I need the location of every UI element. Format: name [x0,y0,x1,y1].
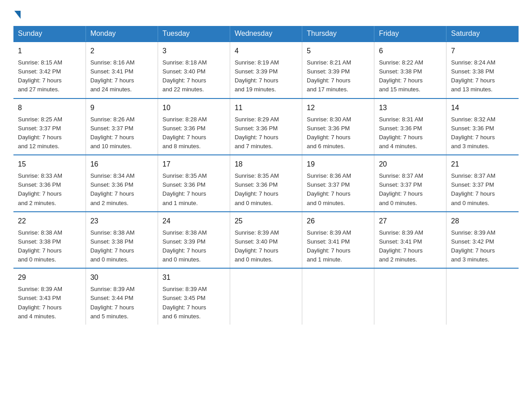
day-number: 11 [235,103,297,113]
calendar-day-cell: 9 Sunrise: 8:26 AMSunset: 3:37 PMDayligh… [86,98,158,155]
day-number: 16 [90,159,153,170]
day-info: Sunrise: 8:39 AMSunset: 3:42 PMDaylight:… [451,229,495,263]
calendar-day-cell: 20 Sunrise: 8:37 AMSunset: 3:37 PMDaylig… [374,155,446,212]
day-info: Sunrise: 8:18 AMSunset: 3:40 PMDaylight:… [163,59,207,93]
calendar-day-cell: 17 Sunrise: 8:35 AMSunset: 3:36 PMDaylig… [158,155,230,212]
day-info: Sunrise: 8:32 AMSunset: 3:36 PMDaylight:… [451,116,495,150]
day-number: 12 [307,103,369,113]
weekday-header-saturday: Saturday [446,26,519,42]
day-info: Sunrise: 8:38 AMSunset: 3:39 PMDaylight:… [163,229,207,263]
weekday-header-sunday: Sunday [13,26,86,42]
calendar-day-cell: 2 Sunrise: 8:16 AMSunset: 3:41 PMDayligh… [86,42,158,98]
calendar-day-cell: 3 Sunrise: 8:18 AMSunset: 3:40 PMDayligh… [158,42,230,98]
day-number: 13 [379,103,442,113]
day-info: Sunrise: 8:15 AMSunset: 3:42 PMDaylight:… [18,59,62,93]
calendar-day-cell: 30 Sunrise: 8:39 AMSunset: 3:44 PMDaylig… [86,268,158,325]
day-info: Sunrise: 8:39 AMSunset: 3:41 PMDaylight:… [307,229,351,263]
calendar-day-cell: 23 Sunrise: 8:38 AMSunset: 3:38 PMDaylig… [86,212,158,269]
weekday-header-wednesday: Wednesday [230,26,302,42]
day-number: 5 [307,46,369,56]
logo-arrow-icon [14,11,21,19]
weekday-header-monday: Monday [86,26,158,42]
calendar-header-row: SundayMondayTuesdayWednesdayThursdayFrid… [13,26,519,42]
calendar-day-cell: 6 Sunrise: 8:22 AMSunset: 3:38 PMDayligh… [374,42,446,98]
day-info: Sunrise: 8:39 AMSunset: 3:41 PMDaylight:… [379,229,423,263]
day-info: Sunrise: 8:28 AMSunset: 3:36 PMDaylight:… [163,116,207,150]
calendar-day-cell [446,268,519,325]
day-number: 3 [163,46,225,56]
day-number: 2 [90,46,153,56]
weekday-header-friday: Friday [374,26,446,42]
day-info: Sunrise: 8:33 AMSunset: 3:36 PMDaylight:… [18,172,62,206]
calendar-day-cell: 18 Sunrise: 8:35 AMSunset: 3:36 PMDaylig… [230,155,302,212]
day-info: Sunrise: 8:36 AMSunset: 3:37 PMDaylight:… [307,172,351,206]
day-number: 24 [163,216,225,227]
calendar-day-cell: 29 Sunrise: 8:39 AMSunset: 3:43 PMDaylig… [13,268,86,325]
weekday-header-tuesday: Tuesday [158,26,230,42]
day-number: 25 [235,216,297,227]
day-info: Sunrise: 8:35 AMSunset: 3:36 PMDaylight:… [163,172,207,206]
day-info: Sunrise: 8:34 AMSunset: 3:36 PMDaylight:… [90,172,135,206]
day-number: 1 [18,46,81,56]
calendar-day-cell: 28 Sunrise: 8:39 AMSunset: 3:42 PMDaylig… [446,212,519,269]
day-info: Sunrise: 8:24 AMSunset: 3:38 PMDaylight:… [451,59,495,93]
calendar-week-row: 29 Sunrise: 8:39 AMSunset: 3:43 PMDaylig… [13,268,519,325]
day-info: Sunrise: 8:22 AMSunset: 3:38 PMDaylight:… [379,59,423,93]
day-number: 19 [307,159,369,170]
day-number: 7 [451,46,514,56]
day-number: 10 [163,103,225,113]
logo [13,9,21,17]
day-info: Sunrise: 8:37 AMSunset: 3:37 PMDaylight:… [379,172,423,206]
day-info: Sunrise: 8:39 AMSunset: 3:44 PMDaylight:… [90,286,135,319]
day-info: Sunrise: 8:39 AMSunset: 3:40 PMDaylight:… [235,229,279,263]
calendar-day-cell: 16 Sunrise: 8:34 AMSunset: 3:36 PMDaylig… [86,155,158,212]
day-number: 15 [18,159,81,170]
calendar-day-cell: 24 Sunrise: 8:38 AMSunset: 3:39 PMDaylig… [158,212,230,269]
day-info: Sunrise: 8:37 AMSunset: 3:37 PMDaylight:… [451,172,495,206]
day-number: 23 [90,216,153,227]
calendar-day-cell: 1 Sunrise: 8:15 AMSunset: 3:42 PMDayligh… [13,42,86,98]
calendar-day-cell: 27 Sunrise: 8:39 AMSunset: 3:41 PMDaylig… [374,212,446,269]
calendar-week-row: 1 Sunrise: 8:15 AMSunset: 3:42 PMDayligh… [13,42,519,98]
day-info: Sunrise: 8:31 AMSunset: 3:36 PMDaylight:… [379,116,423,150]
calendar-day-cell: 10 Sunrise: 8:28 AMSunset: 3:36 PMDaylig… [158,98,230,155]
calendar-week-row: 8 Sunrise: 8:25 AMSunset: 3:37 PMDayligh… [13,98,519,155]
day-number: 21 [451,159,514,170]
day-number: 27 [379,216,442,227]
page-header [13,9,519,17]
day-number: 4 [235,46,297,56]
calendar-day-cell: 25 Sunrise: 8:39 AMSunset: 3:40 PMDaylig… [230,212,302,269]
calendar-day-cell [374,268,446,325]
calendar-day-cell: 7 Sunrise: 8:24 AMSunset: 3:38 PMDayligh… [446,42,519,98]
calendar-week-row: 22 Sunrise: 8:38 AMSunset: 3:38 PMDaylig… [13,212,519,269]
day-info: Sunrise: 8:39 AMSunset: 3:43 PMDaylight:… [18,286,62,319]
day-info: Sunrise: 8:39 AMSunset: 3:45 PMDaylight:… [163,286,207,319]
calendar-day-cell: 31 Sunrise: 8:39 AMSunset: 3:45 PMDaylig… [158,268,230,325]
calendar-week-row: 15 Sunrise: 8:33 AMSunset: 3:36 PMDaylig… [13,155,519,212]
calendar-day-cell: 19 Sunrise: 8:36 AMSunset: 3:37 PMDaylig… [302,155,374,212]
day-info: Sunrise: 8:35 AMSunset: 3:36 PMDaylight:… [235,172,279,206]
calendar-day-cell [230,268,302,325]
day-number: 20 [379,159,442,170]
calendar-day-cell: 8 Sunrise: 8:25 AMSunset: 3:37 PMDayligh… [13,98,86,155]
day-info: Sunrise: 8:25 AMSunset: 3:37 PMDaylight:… [18,116,62,150]
calendar-day-cell: 26 Sunrise: 8:39 AMSunset: 3:41 PMDaylig… [302,212,374,269]
day-number: 18 [235,159,297,170]
day-number: 31 [163,272,225,283]
day-number: 28 [451,216,514,227]
day-info: Sunrise: 8:21 AMSunset: 3:39 PMDaylight:… [307,59,351,93]
day-number: 17 [163,159,225,170]
day-info: Sunrise: 8:29 AMSunset: 3:36 PMDaylight:… [235,116,279,150]
day-info: Sunrise: 8:38 AMSunset: 3:38 PMDaylight:… [18,229,62,263]
day-number: 9 [90,103,153,113]
calendar-day-cell: 21 Sunrise: 8:37 AMSunset: 3:37 PMDaylig… [446,155,519,212]
calendar-day-cell: 13 Sunrise: 8:31 AMSunset: 3:36 PMDaylig… [374,98,446,155]
day-info: Sunrise: 8:26 AMSunset: 3:37 PMDaylight:… [90,116,135,150]
day-number: 14 [451,103,514,113]
day-info: Sunrise: 8:30 AMSunset: 3:36 PMDaylight:… [307,116,351,150]
day-number: 29 [18,272,81,283]
day-number: 8 [18,103,81,113]
calendar-day-cell: 4 Sunrise: 8:19 AMSunset: 3:39 PMDayligh… [230,42,302,98]
weekday-header-thursday: Thursday [302,26,374,42]
calendar-table: SundayMondayTuesdayWednesdayThursdayFrid… [13,26,519,325]
